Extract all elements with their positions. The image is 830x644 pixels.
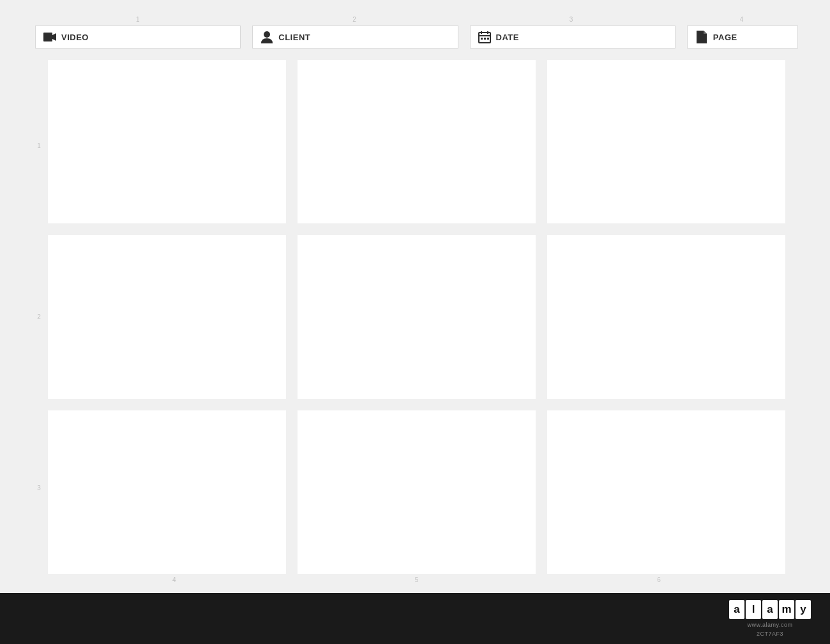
watermark-bar: a l a m y www.alamy.com 2CT7AF3 [0,593,830,644]
video-icon [43,31,56,43]
video-filter-label: VIDEO [61,33,89,42]
svg-rect-7 [481,38,483,40]
right-spacer [785,60,798,574]
watermark-code: 2CT7AF3 [757,631,783,637]
svg-marker-10 [704,31,707,34]
row-num-1: 1 [35,142,43,149]
client-filter-label: CLIENT [278,33,310,42]
page-icon [695,31,708,43]
logo-letter-y: y [796,600,811,619]
logo-letter-a1: a [729,600,744,619]
date-icon [478,31,491,43]
client-icon [260,31,273,43]
svg-marker-1 [52,33,56,41]
svg-rect-9 [487,38,489,40]
bottom-num-2: 5 [415,576,419,583]
col-num-2: 2 [252,16,456,23]
grid-cell-3-1[interactable] [48,410,286,574]
page-filter-label: PAGE [713,33,737,42]
alamy-logo: a l a m y [729,600,811,619]
alamy-logo-area: a l a m y www.alamy.com 2CT7AF3 [729,600,811,637]
filter-bar: VIDEO CLIENT [35,26,798,49]
grid-cell-3-2[interactable] [298,410,536,574]
grid-cell-3-3[interactable] [547,410,785,574]
bottom-numbers-row: 4 5 6 [35,576,798,583]
page-filter[interactable]: PAGE [687,26,798,49]
bottom-num-1: 4 [172,576,176,583]
logo-letter-m: m [779,600,794,619]
grid-section: 1 2 3 [35,60,798,574]
date-filter[interactable]: DATE [470,26,675,49]
bottom-num-3: 6 [657,576,661,583]
svg-rect-0 [43,33,52,41]
col-num-4: 4 [685,16,798,23]
row-numbers: 1 2 3 [35,60,48,574]
thumbnail-grid [48,60,785,574]
column-numbers-row: 1 2 3 4 [35,16,798,23]
date-filter-label: DATE [496,33,519,42]
logo-letter-l: l [746,600,761,619]
grid-cell-1-3[interactable] [547,60,785,223]
col-num-3: 3 [469,16,674,23]
client-filter[interactable]: CLIENT [252,26,458,49]
grid-cell-1-2[interactable] [298,60,536,223]
svg-rect-8 [484,38,486,40]
row-num-3: 3 [35,484,43,491]
logo-letter-a2: a [762,600,778,619]
row-num-2: 2 [35,313,43,320]
main-layout: 1 2 3 4 VIDEO CLIENT [0,0,830,593]
watermark-url: www.alamy.com [748,622,793,628]
col-num-1: 1 [35,16,240,23]
grid-cell-2-3[interactable] [547,235,785,398]
grid-cell-2-1[interactable] [48,235,286,398]
grid-cell-1-1[interactable] [48,60,286,223]
grid-cell-2-2[interactable] [298,235,536,398]
video-filter[interactable]: VIDEO [35,26,241,49]
svg-point-2 [264,31,270,38]
